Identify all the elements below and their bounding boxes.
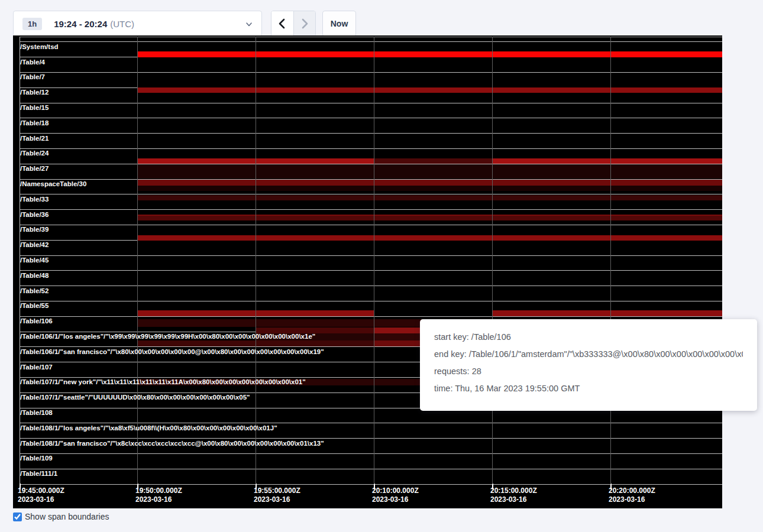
tooltip-line: requests: 28: [434, 366, 743, 376]
row-label: /Table/18: [20, 119, 49, 126]
heat-band: [137, 51, 722, 57]
axis-tick-label: 19:45:00.000Z 2023-03-16: [18, 486, 64, 504]
span-boundary-line: [20, 453, 722, 454]
heat-band: [137, 235, 722, 241]
axis-tick-label: 20:10:00.000Z 2023-03-16: [372, 486, 419, 504]
time-gridline: [492, 37, 493, 484]
row-label: /NamespaceTable/30: [20, 180, 86, 187]
span-boundary-line: [20, 438, 722, 439]
row-label: /Table/108: [20, 409, 53, 416]
row-label: /Table/107/1/"new york"/"\x11\x11\x11\x1…: [20, 378, 306, 385]
span-boundary-line: [20, 301, 722, 301]
tooltip-line: end key: /Table/106/1/"amsterdam"/"\xb33…: [434, 349, 743, 359]
row-label: /Table/106: [20, 317, 53, 325]
tooltip-line: start key: /Table/106: [434, 332, 743, 342]
axis-tick-label: 19:55:00.000Z 2023-03-16: [254, 486, 300, 504]
row-label: /Table/12: [20, 89, 49, 96]
chevron-down-icon: [245, 20, 253, 28]
key-visualizer-heatmap[interactable]: /System/tsd/Table/4/Table/7/Table/12/Tab…: [13, 35, 722, 508]
row-label: /Table/45: [20, 257, 49, 264]
heat-band: [137, 164, 722, 179]
span-boundary-line: [20, 270, 722, 271]
axis-tick-label: 20:15:00.000Z 2023-03-16: [490, 486, 537, 504]
heatmap-tooltip: start key: /Table/106end key: /Table/106…: [420, 319, 757, 411]
heat-band: [492, 310, 722, 316]
row-label: /Table/48: [20, 272, 49, 279]
heat-band: [137, 186, 722, 191]
span-boundary-line: [20, 225, 722, 225]
row-label: /Table/39: [20, 226, 49, 233]
heat-band: [137, 216, 722, 220]
range-text: 19:24 - 20:24: [54, 19, 107, 29]
now-button[interactable]: Now: [322, 11, 356, 37]
time-gridline: [256, 37, 256, 484]
heat-band: [137, 180, 722, 186]
heat-band: [137, 87, 722, 93]
row-label: /Table/108/1/"san francisco"/"\x8c\xcc\x…: [20, 440, 324, 447]
span-boundary-line: [20, 72, 722, 73]
span-boundary-line: [20, 286, 722, 286]
row-label: /Table/108/1/"los angeles"/"\xa8\xf5\u00…: [20, 424, 277, 432]
span-boundary-line: [20, 41, 722, 42]
row-label: /Table/33: [20, 196, 49, 203]
show-span-boundaries-checkbox[interactable]: [13, 512, 22, 521]
span-boundary-line: [20, 255, 722, 256]
axis-tick-label: 19:50:00.000Z 2023-03-16: [135, 486, 182, 504]
next-range-button-disabled[interactable]: [294, 11, 316, 36]
time-gridline: [374, 37, 374, 484]
row-label: /Table/21: [20, 135, 49, 142]
row-label: /Table/42: [20, 241, 49, 248]
heat-band: [137, 195, 722, 200]
time-nav-group: [271, 11, 316, 37]
range-duration-badge: 1h: [22, 18, 42, 30]
span-boundary-line: [20, 423, 722, 423]
row-label: /Table/107: [20, 364, 53, 371]
heat-band: [374, 158, 492, 164]
axis-tick-label: 20:20:00.000Z 2023-03-16: [609, 486, 655, 504]
span-boundary-line: [20, 103, 722, 103]
row-label: /Table/107/1/"seattle"/"UUUUUUD\x00\x80\…: [20, 394, 250, 401]
row-label: /Table/55: [20, 302, 49, 309]
row-label: /Table/15: [20, 104, 49, 111]
span-boundary-line: [20, 484, 722, 485]
time-gridline: [137, 37, 138, 484]
span-boundary-line: [20, 118, 722, 118]
row-label: /Table/111/1: [20, 470, 57, 477]
row-label: /Table/52: [20, 287, 49, 294]
row-label: /Table/24: [20, 150, 49, 157]
span-boundaries-control: Show span boundaries: [13, 512, 109, 521]
span-boundary-line: [20, 37, 722, 37]
previous-range-button[interactable]: [271, 11, 294, 36]
row-label: /Table/106/1/"san francisco"/"\x80\x00\x…: [20, 348, 324, 355]
tooltip-line: time: Thu, 16 Mar 2023 19:55:00 GMT: [434, 384, 743, 393]
row-label: /Table/109: [20, 455, 53, 462]
row-label: /Table/106/1/"los angeles"/"\x99\x99\x99…: [20, 333, 315, 340]
row-label: /Table/4: [20, 59, 45, 66]
now-button-label: Now: [331, 19, 348, 28]
show-span-boundaries-label[interactable]: Show span boundaries: [25, 512, 109, 521]
row-label: /Table/7: [20, 73, 45, 80]
time-range-selector[interactable]: 1h 19:24 - 20:24 (UTC): [13, 11, 262, 37]
range-timezone: (UTC): [110, 19, 134, 29]
row-label: /Table/36: [20, 211, 49, 218]
time-gridline: [610, 37, 611, 484]
span-boundary-line: [20, 148, 722, 149]
row-label: /Table/27: [20, 165, 49, 172]
row-label: /System/tsd: [20, 43, 59, 50]
span-boundary-line: [20, 133, 722, 134]
span-boundary-line: [20, 209, 722, 210]
span-boundary-line: [20, 469, 722, 469]
